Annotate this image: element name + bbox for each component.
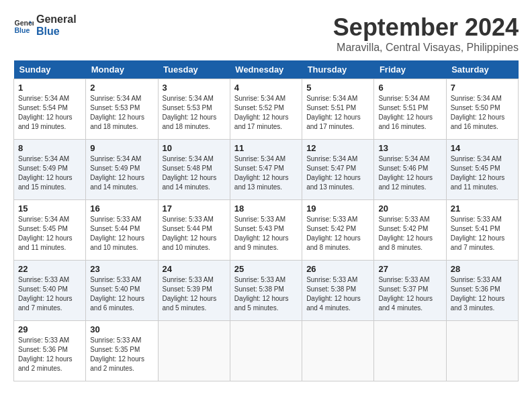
day-number: 26 <box>306 264 369 274</box>
day-cell-25: 25Sunrise: 5:33 AMSunset: 5:38 PMDayligh… <box>230 261 302 321</box>
logo-icon: General Blue <box>13 15 34 36</box>
day-number: 5 <box>306 83 369 93</box>
day-number: 13 <box>378 143 441 153</box>
day-info: Sunrise: 5:34 AMSunset: 5:52 PMDaylight:… <box>234 94 298 132</box>
day-cell-24: 24Sunrise: 5:33 AMSunset: 5:39 PMDayligh… <box>158 261 230 321</box>
day-cell-7: 7Sunrise: 5:34 AMSunset: 5:50 PMDaylight… <box>446 79 518 140</box>
day-cell-15: 15Sunrise: 5:34 AMSunset: 5:45 PMDayligh… <box>14 200 86 261</box>
day-number: 4 <box>234 83 298 93</box>
day-number: 15 <box>18 203 81 214</box>
day-cell-22: 22Sunrise: 5:33 AMSunset: 5:40 PMDayligh… <box>14 261 86 321</box>
location-title: Maravilla, Central Visayas, Philippines <box>333 42 519 54</box>
weekday-header-sunday: Sunday <box>14 60 86 79</box>
day-info: Sunrise: 5:33 AMSunset: 5:37 PMDaylight:… <box>378 275 441 313</box>
day-cell-3: 3Sunrise: 5:34 AMSunset: 5:53 PMDaylight… <box>158 79 230 140</box>
day-number: 27 <box>378 264 441 274</box>
day-number: 17 <box>163 203 226 214</box>
day-info: Sunrise: 5:34 AMSunset: 5:54 PMDaylight:… <box>18 94 81 132</box>
day-info: Sunrise: 5:33 AMSunset: 5:44 PMDaylight:… <box>90 215 153 253</box>
weekday-header-monday: Monday <box>86 60 158 79</box>
day-info: Sunrise: 5:33 AMSunset: 5:38 PMDaylight:… <box>234 275 298 313</box>
day-info: Sunrise: 5:34 AMSunset: 5:49 PMDaylight:… <box>90 154 153 192</box>
calendar-table: SundayMondayTuesdayWednesdayThursdayFrid… <box>13 60 519 381</box>
day-number: 14 <box>451 143 514 153</box>
day-info: Sunrise: 5:33 AMSunset: 5:42 PMDaylight:… <box>378 215 441 253</box>
week-row-1: 1Sunrise: 5:34 AMSunset: 5:54 PMDaylight… <box>14 79 519 140</box>
day-number: 18 <box>234 203 298 214</box>
empty-cell <box>374 321 446 381</box>
svg-text:Blue: Blue <box>15 26 30 34</box>
day-number: 21 <box>451 203 514 214</box>
day-info: Sunrise: 5:34 AMSunset: 5:49 PMDaylight:… <box>18 154 81 192</box>
empty-cell <box>302 321 374 381</box>
day-info: Sunrise: 5:34 AMSunset: 5:47 PMDaylight:… <box>234 154 298 192</box>
day-info: Sunrise: 5:34 AMSunset: 5:45 PMDaylight:… <box>18 215 81 253</box>
day-number: 30 <box>90 324 153 334</box>
day-info: Sunrise: 5:34 AMSunset: 5:53 PMDaylight:… <box>90 94 153 132</box>
day-number: 8 <box>18 143 81 153</box>
day-cell-13: 13Sunrise: 5:34 AMSunset: 5:46 PMDayligh… <box>374 140 446 200</box>
day-cell-20: 20Sunrise: 5:33 AMSunset: 5:42 PMDayligh… <box>374 200 446 261</box>
week-row-4: 22Sunrise: 5:33 AMSunset: 5:40 PMDayligh… <box>14 261 519 321</box>
day-number: 7 <box>451 83 514 93</box>
day-info: Sunrise: 5:34 AMSunset: 5:53 PMDaylight:… <box>163 94 226 132</box>
logo-blue: Blue <box>36 26 77 38</box>
empty-cell <box>158 321 230 381</box>
day-number: 3 <box>163 83 226 93</box>
weekday-header-row: SundayMondayTuesdayWednesdayThursdayFrid… <box>14 60 519 79</box>
empty-cell <box>230 321 302 381</box>
day-info: Sunrise: 5:34 AMSunset: 5:51 PMDaylight:… <box>378 94 441 132</box>
logo-general: General <box>36 13 77 26</box>
day-info: Sunrise: 5:34 AMSunset: 5:48 PMDaylight:… <box>163 154 226 192</box>
day-number: 22 <box>18 264 81 274</box>
day-info: Sunrise: 5:33 AMSunset: 5:39 PMDaylight:… <box>163 275 226 313</box>
week-row-3: 15Sunrise: 5:34 AMSunset: 5:45 PMDayligh… <box>14 200 519 261</box>
day-cell-16: 16Sunrise: 5:33 AMSunset: 5:44 PMDayligh… <box>86 200 158 261</box>
day-cell-2: 2Sunrise: 5:34 AMSunset: 5:53 PMDaylight… <box>86 79 158 140</box>
day-cell-28: 28Sunrise: 5:33 AMSunset: 5:36 PMDayligh… <box>446 261 518 321</box>
day-cell-27: 27Sunrise: 5:33 AMSunset: 5:37 PMDayligh… <box>374 261 446 321</box>
day-number: 16 <box>90 203 153 214</box>
day-cell-19: 19Sunrise: 5:33 AMSunset: 5:42 PMDayligh… <box>302 200 374 261</box>
weekday-header-thursday: Thursday <box>302 60 374 79</box>
day-info: Sunrise: 5:34 AMSunset: 5:47 PMDaylight:… <box>306 154 369 192</box>
day-info: Sunrise: 5:33 AMSunset: 5:38 PMDaylight:… <box>306 275 369 313</box>
weekday-header-saturday: Saturday <box>446 60 518 79</box>
week-row-5: 29Sunrise: 5:33 AMSunset: 5:36 PMDayligh… <box>14 321 519 381</box>
day-info: Sunrise: 5:34 AMSunset: 5:51 PMDaylight:… <box>306 94 369 132</box>
weekday-header-friday: Friday <box>374 60 446 79</box>
day-info: Sunrise: 5:33 AMSunset: 5:41 PMDaylight:… <box>451 215 514 253</box>
weekday-header-wednesday: Wednesday <box>230 60 302 79</box>
day-number: 25 <box>234 264 298 274</box>
day-number: 1 <box>18 83 81 93</box>
day-cell-1: 1Sunrise: 5:34 AMSunset: 5:54 PMDaylight… <box>14 79 86 140</box>
day-cell-8: 8Sunrise: 5:34 AMSunset: 5:49 PMDaylight… <box>14 140 86 200</box>
day-number: 19 <box>306 203 369 214</box>
day-number: 6 <box>378 83 441 93</box>
day-cell-18: 18Sunrise: 5:33 AMSunset: 5:43 PMDayligh… <box>230 200 302 261</box>
day-number: 10 <box>163 143 226 153</box>
day-number: 2 <box>90 83 153 93</box>
empty-cell <box>446 321 518 381</box>
title-area: September 2024 Maravilla, Central Visaya… <box>333 13 519 54</box>
day-cell-26: 26Sunrise: 5:33 AMSunset: 5:38 PMDayligh… <box>302 261 374 321</box>
day-number: 24 <box>163 264 226 274</box>
day-number: 11 <box>234 143 298 153</box>
day-info: Sunrise: 5:33 AMSunset: 5:40 PMDaylight:… <box>90 275 153 313</box>
day-cell-5: 5Sunrise: 5:34 AMSunset: 5:51 PMDaylight… <box>302 79 374 140</box>
day-number: 23 <box>90 264 153 274</box>
day-info: Sunrise: 5:34 AMSunset: 5:50 PMDaylight:… <box>451 94 514 132</box>
day-info: Sunrise: 5:33 AMSunset: 5:42 PMDaylight:… <box>306 215 369 253</box>
day-cell-9: 9Sunrise: 5:34 AMSunset: 5:49 PMDaylight… <box>86 140 158 200</box>
day-cell-11: 11Sunrise: 5:34 AMSunset: 5:47 PMDayligh… <box>230 140 302 200</box>
day-info: Sunrise: 5:33 AMSunset: 5:36 PMDaylight:… <box>451 275 514 313</box>
day-number: 9 <box>90 143 153 153</box>
month-title: September 2024 <box>333 13 519 42</box>
day-info: Sunrise: 5:33 AMSunset: 5:43 PMDaylight:… <box>234 215 298 253</box>
day-cell-10: 10Sunrise: 5:34 AMSunset: 5:48 PMDayligh… <box>158 140 230 200</box>
day-info: Sunrise: 5:33 AMSunset: 5:36 PMDaylight:… <box>18 336 81 373</box>
day-cell-6: 6Sunrise: 5:34 AMSunset: 5:51 PMDaylight… <box>374 79 446 140</box>
day-info: Sunrise: 5:34 AMSunset: 5:45 PMDaylight:… <box>451 154 514 192</box>
day-info: Sunrise: 5:33 AMSunset: 5:35 PMDaylight:… <box>90 336 153 373</box>
day-info: Sunrise: 5:33 AMSunset: 5:40 PMDaylight:… <box>18 275 81 313</box>
